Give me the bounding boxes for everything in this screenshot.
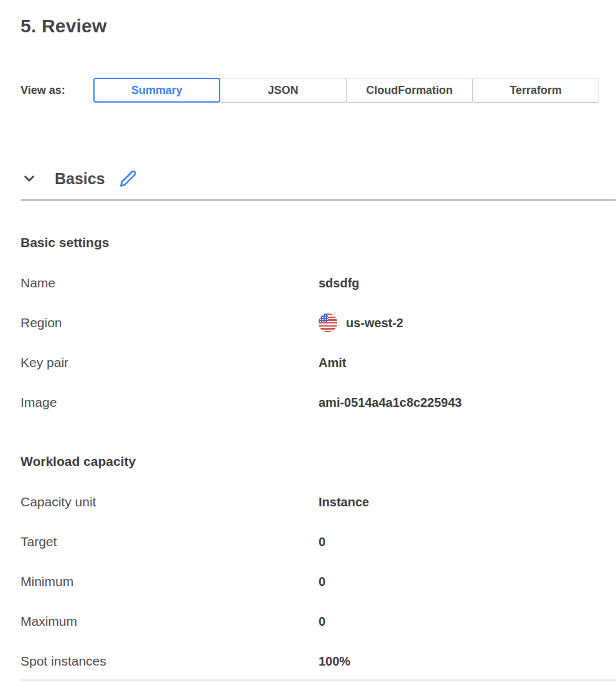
edit-basics-button[interactable] [119,169,138,188]
row-key-pair: Key pair Amit [21,353,616,372]
row-label: Name [21,276,319,290]
row-capacity-unit: Capacity unit Instance [21,493,616,511]
row-label: Capacity unit [21,495,319,509]
region-value-text: us-west-2 [346,316,403,330]
row-label: Spot instances [21,654,319,669]
row-label: Image [21,395,319,410]
tab-json[interactable]: JSON [220,78,347,103]
row-label: Region [21,315,319,330]
view-as-segmented-control: Summary JSON CloudFormation Terraform [93,78,599,103]
row-region: Region us-west-2 [21,314,616,332]
row-label: Target [21,534,319,549]
row-label: Minimum [21,574,319,589]
row-minimum: Minimum 0 [21,572,616,591]
row-value: Amit [319,356,346,370]
row-image: Image ami-0514a4a1c8c225943 [21,393,616,412]
workload-capacity-rows: Capacity unit Instance Target 0 Minimum … [0,493,616,671]
row-value: 0 [319,535,325,549]
tab-cloudformation[interactable]: CloudFormation [346,78,473,103]
review-page: 5. Review View as: Summary JSON CloudFor… [0,16,616,683]
row-value: us-west-2 [319,314,403,332]
pencil-icon [119,170,137,187]
chevron-down-icon [21,170,37,187]
basics-section-header: Basics [21,167,616,190]
row-value: ami-0514a4a1c8c225943 [319,396,462,410]
row-value: sdsdfg [319,276,360,290]
basics-section-title: Basics [55,170,105,188]
row-target: Target 0 [21,532,616,551]
row-value: Instance [319,495,369,509]
group-heading-workload-capacity: Workload capacity [21,453,616,470]
row-label: Key pair [21,355,319,370]
row-spot-instances: Spot instances 100% [21,652,616,671]
collapse-section-button[interactable] [21,170,38,187]
section-divider [21,199,616,201]
row-name: Name sdsdfg [21,274,616,292]
view-as-row: View as: Summary JSON CloudFormation Ter… [21,78,616,103]
us-flag-icon [319,314,337,332]
view-as-label: View as: [21,84,93,97]
row-maximum: Maximum 0 [21,612,616,631]
row-label: Maximum [21,614,319,629]
row-value: 0 [319,575,325,589]
tab-terraform[interactable]: Terraform [472,78,599,103]
bottom-divider [21,679,616,681]
basic-settings-rows: Name sdsdfg Region us-west-2 Key pair Am… [0,274,616,412]
row-value: 0 [319,615,325,629]
row-value: 100% [319,654,350,669]
page-title: 5. Review [21,16,616,37]
tab-summary[interactable]: Summary [93,78,220,103]
group-heading-basic-settings: Basic settings [21,234,616,251]
